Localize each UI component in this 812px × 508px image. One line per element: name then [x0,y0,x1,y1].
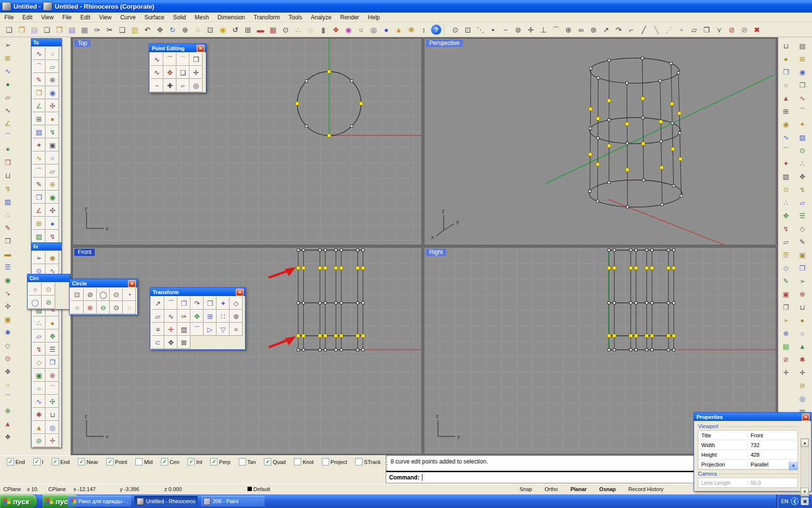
status-toggle-osnap[interactable]: Osnap [599,486,616,492]
tool-icon[interactable]: ✛ [780,366,792,379]
tool-icon[interactable]: ⊕ [46,178,59,191]
save-file-icon[interactable]: ▤ [29,24,40,35]
tool-icon[interactable]: ⊕ [46,73,59,86]
tool-icon[interactable]: ⊙ [796,144,809,157]
viewport-top[interactable]: Top yx [72,38,422,245]
point-editing-palette[interactable]: Point Editing ✕ ∿⌒⌒❒∿✥❏✛−✚⌐◎ [149,44,206,93]
tool-icon[interactable]: ▱ [46,164,59,178]
tool-icon[interactable]: ⊞ [32,217,45,230]
tool-icon[interactable]: ◎ [46,421,59,434]
tool-icon[interactable]: ◉ [46,191,59,204]
cone-icon[interactable]: ▲ [393,24,405,35]
tool-icon[interactable]: ◇ [796,223,809,235]
tool-icon[interactable]: ◯ [29,296,42,309]
tool-icon[interactable]: ∿ [1,65,14,77]
tool-icon[interactable]: ▣ [780,288,792,300]
tool-icon[interactable]: ✣ [46,99,59,112]
tool-icon[interactable]: ✱ [1,326,14,339]
tool-icon[interactable]: ❐ [46,356,59,369]
tool-icon[interactable]: ⌒ [1,130,14,143]
insert-control-point-icon[interactable]: ✛ [189,66,203,79]
osnap-i[interactable]: ✓I [33,458,44,465]
circle-center-snap-icon[interactable]: ⊙ [450,24,461,35]
osnap-checkbox[interactable]: ✓ [7,458,14,465]
tool-icon[interactable]: ✣ [1,300,14,313]
tool-icon[interactable]: ◎ [796,392,809,405]
array-polar-icon[interactable]: ∷ [217,310,230,323]
tool-icon[interactable]: ✦ [780,157,792,170]
tool-icon[interactable]: ∴ [780,196,792,209]
tool-icon[interactable]: ↯ [1,182,14,195]
tool-icon[interactable]: ▨ [32,230,45,243]
circle-toolbar-fragment[interactable]: Circ ○⊙◯⊘ [27,274,71,310]
line-diag-icon[interactable]: ╱ [638,24,650,35]
tool-icon[interactable]: ⊞ [780,105,792,118]
tool-icon[interactable]: ❐ [796,262,809,274]
osnap-checkbox[interactable]: ✓ [264,458,271,465]
osnap-checkbox[interactable]: ✓ [106,458,114,465]
property-row[interactable]: Width732 [698,440,798,450]
center-point-icon[interactable]: ⊙ [280,24,291,35]
tool-icon[interactable]: ○ [780,79,792,91]
pan-hand-icon[interactable]: ✥ [154,24,166,35]
tool-icon[interactable]: ▨ [32,125,45,138]
move-uvn-icon[interactable]: ✥ [163,66,176,79]
circle-2pt-icon[interactable]: ⊙ [110,301,123,314]
tool-icon[interactable]: ⊞ [32,112,45,125]
tool-icon[interactable]: ▨ [796,131,809,144]
tool-icon[interactable]: ● [780,53,792,65]
command-area[interactable]: 8 curve edit points added to selection. … [386,455,700,483]
circle-around-curve-icon[interactable]: ◔ [123,288,136,301]
tool-icon[interactable]: ◉ [46,86,59,99]
tool-icon[interactable]: ⌒ [1,391,14,404]
circle-palette[interactable]: Circle ✕ ⊡⊘◯⊙◔○⊕⊖⊙◌ [69,279,138,315]
smooth-points-icon[interactable]: ◎ [189,79,203,92]
tool-icon[interactable]: ○ [46,151,59,164]
sphere-wire-icon[interactable]: ◎ [368,24,379,35]
tool-icon[interactable]: ⊕ [780,327,792,340]
tool-icon[interactable]: ∴ [32,316,45,329]
mirror-icon[interactable]: ✦ [217,297,230,310]
osnap-checkbox[interactable]: ✓ [161,458,168,465]
flow-icon[interactable]: ✑ [177,310,190,323]
disable-osnap-red-icon[interactable]: ⊘ [726,24,738,35]
tool-icon[interactable]: ✣ [46,204,59,217]
tool-icon[interactable]: ⊕ [796,288,809,300]
rotate-icon[interactable]: ↷ [190,297,203,310]
tool-icon[interactable]: ∿ [32,151,45,164]
scale-icon[interactable]: ⌒ [164,297,177,310]
tool-icon[interactable]: ✣ [46,395,59,408]
tool-icon[interactable]: ◇ [780,262,792,274]
tool-icon[interactable]: ✎ [780,275,792,287]
osnap-checkbox[interactable]: ✓ [188,458,195,465]
tool-icon[interactable]: ❒ [1,156,14,169]
zoom-extents-icon[interactable]: ⊡ [204,24,216,35]
arc-arrow-icon[interactable]: ↷ [613,24,624,35]
close-icon[interactable]: ✕ [802,414,810,421]
tool-icon[interactable]: ◉ [46,251,59,264]
osnap-tan[interactable]: Tan [239,458,256,465]
zoom-selected-icon[interactable]: ◉ [217,24,229,35]
tool-icon[interactable]: ▲ [32,421,45,434]
property-row[interactable]: Height428 [698,450,798,460]
copy-icon[interactable]: ❑ [116,24,128,35]
circle-tangent-icon[interactable]: ⊙ [110,288,123,301]
tool-icon[interactable]: ⊙ [780,183,792,196]
tool-icon[interactable]: ⊞ [796,53,809,65]
edit-weight-icon[interactable]: ⌐ [176,79,189,92]
bend-icon[interactable]: ⌒ [190,323,203,336]
tool-icon[interactable]: ⊔ [46,408,59,421]
menu-view[interactable]: View [95,13,116,22]
move-arrow-icon[interactable]: ↗ [600,24,612,35]
export-icon[interactable]: ✑ [91,24,103,35]
tool-icon[interactable]: ❒ [32,86,45,99]
osnap-checkbox[interactable]: ✓ [78,458,85,465]
tool-icon[interactable]: ○ [1,378,14,391]
menu-render[interactable]: Render [336,13,363,22]
tool-icon[interactable]: ∿ [1,104,14,117]
osnap-checkbox[interactable] [355,458,362,465]
property-row[interactable]: Lens Length50.0 [698,478,798,488]
array-curve-icon[interactable]: ⊚ [230,310,243,323]
scale-1d-icon[interactable]: ▥ [177,323,190,336]
undo-icon[interactable]: ↶ [142,24,153,35]
